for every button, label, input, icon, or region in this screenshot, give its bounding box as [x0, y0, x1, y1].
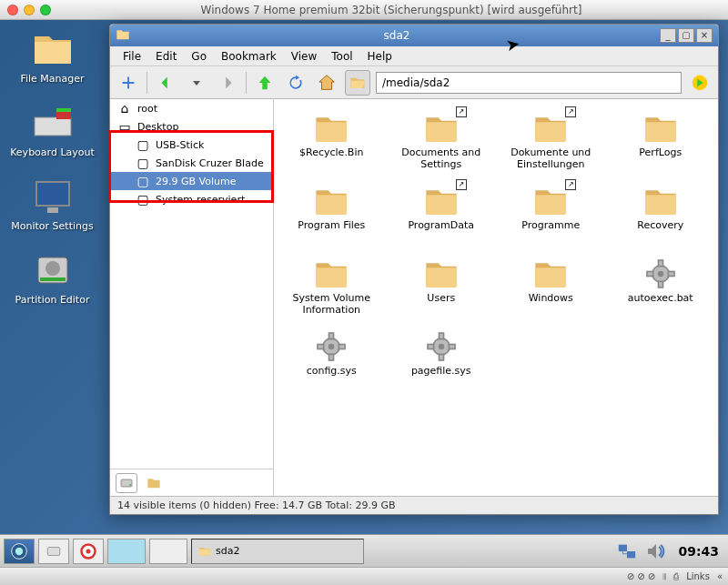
- desktop-icon-label: Monitor Settings: [11, 220, 93, 232]
- tray-signal-icon[interactable]: ⫴: [662, 571, 666, 582]
- file-item[interactable]: PerfLogs: [607, 106, 715, 174]
- desktop-icon-monitor-settings[interactable]: Monitor Settings: [9, 175, 96, 232]
- minimize-button[interactable]: _: [660, 28, 676, 43]
- folder-icon: [309, 183, 353, 219]
- drive-button[interactable]: [116, 473, 137, 493]
- file-item[interactable]: Recovery: [607, 179, 715, 247]
- start-menu-button[interactable]: [4, 539, 35, 564]
- file-item[interactable]: ↗Documents and Settings: [388, 106, 496, 174]
- file-item-label: PerfLogs: [639, 146, 682, 170]
- taskbar-pager-2[interactable]: [149, 539, 187, 564]
- svg-point-30: [15, 547, 23, 554]
- menu-tool[interactable]: Tool: [324, 48, 359, 65]
- window-titlebar[interactable]: sda2 _ ▢ ×: [110, 25, 718, 46]
- svg-rect-0: [35, 117, 71, 136]
- menu-go[interactable]: Go: [184, 48, 214, 65]
- taskbar-window-button[interactable]: sda2: [191, 539, 364, 564]
- volume-icon[interactable]: [643, 539, 669, 564]
- svg-rect-7: [40, 277, 66, 281]
- network-icon[interactable]: [614, 539, 640, 564]
- file-item-label: autoexec.bat: [628, 292, 693, 316]
- svg-rect-20: [318, 345, 324, 349]
- sidebar-item-root[interactable]: ⌂root: [110, 99, 273, 117]
- shortcut-badge: ↗: [456, 106, 467, 117]
- sidebar-item-sandisk[interactable]: ▢SanDisk Cruzer Blade: [110, 154, 273, 172]
- file-grid[interactable]: $Recycle.Bin↗Documents and Settings↗Doku…: [274, 99, 718, 496]
- svg-point-16: [657, 271, 663, 277]
- svg-rect-18: [329, 333, 334, 339]
- tray-usb-icon[interactable]: ⎙: [673, 571, 679, 581]
- folder-icon: [639, 110, 682, 146]
- new-tab-button[interactable]: [116, 70, 141, 96]
- history-dropdown[interactable]: [184, 70, 209, 96]
- file-item[interactable]: ↗Dokumente und Einstellungen: [497, 106, 605, 174]
- menu-view[interactable]: View: [284, 48, 324, 65]
- file-item[interactable]: $Recycle.Bin: [278, 106, 386, 174]
- taskbar-pager-1[interactable]: [107, 539, 146, 564]
- reload-button[interactable]: [283, 70, 308, 96]
- taskbar-drive-button[interactable]: [38, 539, 69, 564]
- clock[interactable]: 09:43: [672, 544, 724, 559]
- up-button[interactable]: [252, 70, 278, 96]
- sidebar-item-volume[interactable]: ▢29.9 GB Volume: [110, 172, 273, 190]
- file-item[interactable]: Program Files: [278, 179, 386, 247]
- sidebar-item-usb-stick[interactable]: ▢USB-Stick: [110, 136, 273, 154]
- desktop-icon-keyboard-layout[interactable]: Keyboard Layout: [9, 101, 96, 158]
- back-button[interactable]: [153, 70, 178, 96]
- menu-bookmark[interactable]: Bookmark: [214, 48, 284, 65]
- sidebar-item-system-reserviert[interactable]: ▢System-reserviert: [110, 190, 273, 208]
- sidebar-item-label: SanDisk Cruzer Blade: [156, 157, 264, 169]
- file-item-label: Programme: [521, 219, 580, 243]
- go-button[interactable]: [687, 70, 713, 96]
- home-icon: ⌂: [117, 101, 132, 116]
- file-item-label: config.sys: [307, 365, 357, 388]
- svg-rect-15: [668, 272, 674, 277]
- monitor-icon: [31, 175, 75, 218]
- desktop-icon-file-manager[interactable]: File Manager: [9, 27, 96, 85]
- tray-links[interactable]: Links: [686, 571, 710, 581]
- maximize-button[interactable]: ▢: [678, 28, 694, 43]
- forward-button[interactable]: [215, 70, 240, 96]
- file-item[interactable]: ↗Programme: [497, 179, 605, 247]
- desktop-icon-label: File Manager: [20, 73, 84, 85]
- file-item[interactable]: Windows: [497, 252, 605, 319]
- mac-minimize-button[interactable]: [24, 5, 35, 15]
- disk-icon: [31, 248, 75, 292]
- separator: [147, 72, 147, 94]
- sidebar-item-label: Desktop: [137, 121, 178, 133]
- folder-icon: [31, 27, 75, 71]
- file-item[interactable]: Users: [388, 252, 496, 319]
- folder-button[interactable]: [143, 473, 165, 493]
- folder-icon: [197, 545, 212, 558]
- file-item[interactable]: ↗ProgramData: [388, 179, 496, 247]
- desktop-icon-partition-editor[interactable]: Partition Editor: [9, 248, 96, 306]
- mac-zoom-button[interactable]: [40, 5, 51, 15]
- menu-edit[interactable]: Edit: [148, 48, 184, 65]
- svg-point-10: [129, 484, 131, 486]
- menu-file[interactable]: File: [116, 48, 148, 65]
- folder-icon: [309, 110, 353, 146]
- svg-point-28: [438, 344, 444, 350]
- taskbar-window-label: sda2: [216, 545, 239, 557]
- taskbar: sda2 09:43: [0, 534, 728, 567]
- svg-rect-31: [47, 547, 60, 555]
- file-item-label: Documents and Settings: [389, 146, 494, 170]
- file-item[interactable]: System Volume Information: [278, 252, 386, 319]
- close-button[interactable]: ×: [696, 28, 713, 43]
- menu-help[interactable]: Help: [360, 48, 399, 65]
- file-item[interactable]: autoexec.bat: [607, 252, 715, 319]
- home-button[interactable]: [314, 70, 339, 96]
- mac-close-button[interactable]: [7, 5, 18, 15]
- svg-rect-21: [339, 345, 346, 349]
- file-manager-window: sda2 _ ▢ × File Edit Go Bookmark View To…: [109, 24, 719, 515]
- tray-disk-icon[interactable]: ⊘ ⊘ ⊘: [627, 571, 656, 581]
- sidebar-item-desktop[interactable]: ▭Desktop: [110, 117, 273, 136]
- path-input[interactable]: [376, 72, 682, 94]
- svg-point-33: [86, 549, 91, 553]
- taskbar-app-button[interactable]: [73, 539, 104, 564]
- svg-rect-27: [449, 345, 455, 349]
- tray-menu-icon[interactable]: «: [717, 571, 723, 581]
- file-item[interactable]: pagefile.sys: [388, 325, 496, 392]
- open-folder-button[interactable]: [345, 70, 370, 96]
- file-item[interactable]: config.sys: [278, 325, 386, 392]
